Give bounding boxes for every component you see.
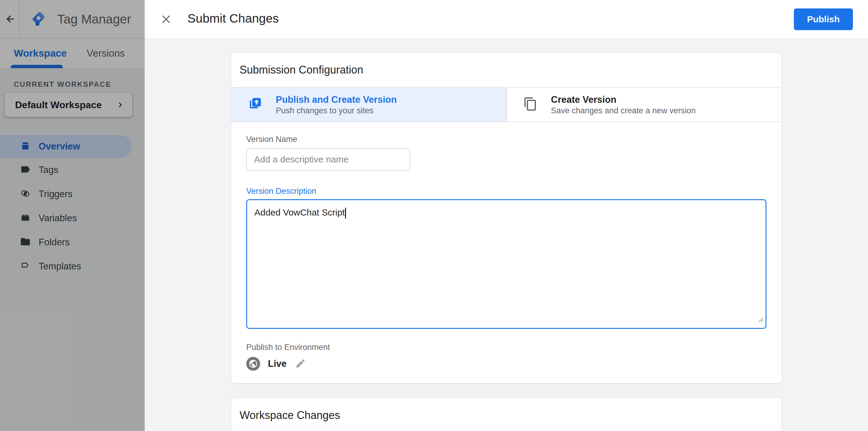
close-icon[interactable] — [160, 13, 173, 26]
globe-icon — [246, 357, 260, 371]
option-publish-and-create-version[interactable]: Publish and Create Version Push changes … — [231, 88, 506, 121]
copy-pages-icon — [523, 97, 538, 113]
dialog-title: Submit Changes — [187, 11, 279, 26]
environment-row: Live — [246, 357, 767, 371]
publish-to-environment-label: Publish to Environment — [246, 342, 767, 352]
submission-type-options: Publish and Create Version Push changes … — [231, 87, 781, 122]
text-cursor — [345, 208, 346, 218]
workspace-changes-card: Workspace Changes — [231, 398, 782, 431]
option-title: Publish and Create Version — [276, 94, 397, 106]
edit-pencil-icon[interactable] — [295, 358, 306, 370]
version-name-label: Version Name — [246, 134, 767, 144]
environment-name: Live — [268, 358, 287, 369]
resize-gripper-icon[interactable] — [757, 314, 764, 327]
version-name-input[interactable] — [246, 148, 410, 171]
workspace-changes-title: Workspace Changes — [231, 398, 781, 431]
option-title: Create Version — [551, 94, 695, 106]
option-create-version[interactable]: Create Version Save changes and create a… — [507, 88, 781, 121]
option-subtitle: Save changes and create a new version — [551, 106, 695, 116]
submission-fields: Version Name Version Description Added V… — [231, 134, 781, 383]
publish-button[interactable]: Publish — [794, 8, 853, 30]
modal-scrim — [0, 0, 145, 431]
submission-configuration-card: Submission Configuration Publish and Cre… — [231, 53, 782, 383]
option-subtitle: Push changes to your sites — [276, 106, 397, 116]
dialog-body: Submission Configuration Publish and Cre… — [145, 39, 868, 431]
publish-icon — [247, 96, 262, 113]
version-description-label: Version Description — [246, 186, 767, 196]
submission-configuration-title: Submission Configuration — [231, 53, 781, 87]
submit-changes-dialog: Submit Changes Publish Submission Config… — [145, 0, 868, 431]
version-description-text: Added VowChat Script — [254, 207, 345, 217]
dialog-header: Submit Changes Publish — [145, 0, 868, 39]
version-description-textarea[interactable]: Added VowChat Script — [246, 199, 767, 329]
